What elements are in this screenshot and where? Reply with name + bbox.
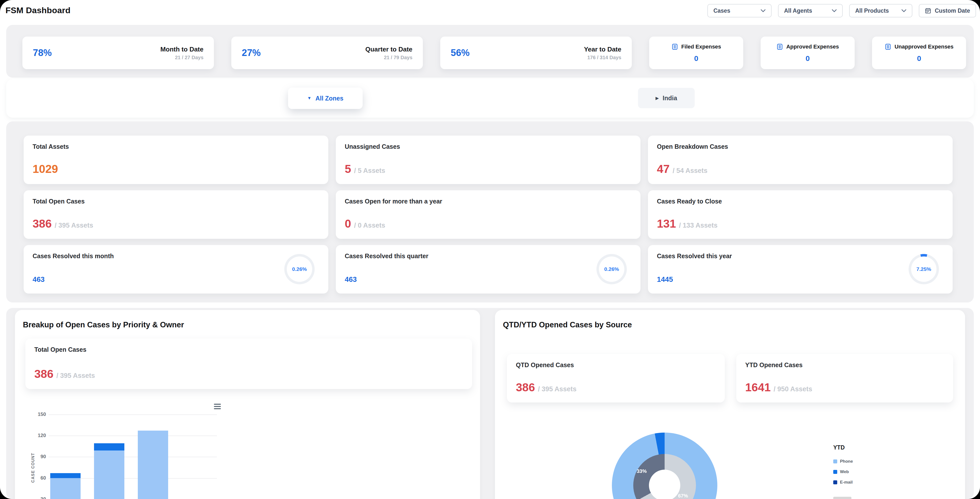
gridline [48,435,217,436]
y-axis-title: CASE COUNT [31,443,35,493]
stat-label: Cases Ready to Close [657,198,722,205]
all-zones-dropdown[interactable]: ▼ All Zones [288,87,363,109]
progress-ring: 0.26% [597,254,627,284]
source-donut-chart: 33% 67% [612,432,718,499]
stat-card-total-open: Total Open Cases 386 / 395 Assets [24,190,328,239]
expense-label: Approved Expenses [786,43,839,50]
resolved-card-month: Cases Resolved this month 463 0.26% [24,245,328,294]
kpi-card-year: 56% Year to Date 176 / 314 Days [440,37,632,69]
qtd-opened-card: QTD Opened Cases 386 / 395 Assets [507,354,725,402]
breakup-panel-title: Breakup of Open Cases by Priority & Owne… [23,320,184,329]
stat-label: Cases Resolved this month [33,253,114,260]
stat-label: Cases Resolved this quarter [345,253,428,260]
kpi-card-month: 78% Month to Date 21 / 27 Days [22,37,214,69]
expense-label: Filed Expenses [681,43,721,50]
kpi-label: Month to Date [161,46,204,53]
stat-suffix: / 0 Assets [354,222,385,229]
y-tick-label: 120 [24,432,46,438]
products-dropdown[interactable]: All Products [849,4,912,17]
all-zones-label: All Zones [315,95,344,102]
progress-percent: 7.25% [916,266,931,272]
agents-dropdown[interactable]: All Agents [778,4,843,17]
bar-segment-base [94,450,124,499]
agents-dropdown-label: All Agents [784,8,812,14]
breakup-panel: Breakup of Open Cases by Priority & Owne… [15,310,480,499]
donut-hole [649,470,680,499]
stat-value: 0 [345,217,351,230]
stat-label: Cases Resolved this year [657,253,732,260]
bar-segment-base [50,478,81,499]
source-panel-title: QTD/YTD Opened Cases by Source [503,320,632,329]
calendar-icon [925,8,931,14]
chevron-down-icon [901,9,906,12]
stat-value: 386 [516,381,535,394]
bar-segment-top [94,443,124,450]
legend-item-web[interactable]: Web [833,469,853,474]
triangle-right-icon: ▶ [655,96,659,100]
region-expand-india[interactable]: ▶ India [638,88,695,108]
stat-value: 386 [33,217,52,230]
stat-label: Unassigned Cases [345,143,400,150]
stat-label: QTD Opened Cases [516,361,574,369]
expense-receipt-icon [671,43,678,50]
y-tick-label: 30 [24,496,46,499]
header-controls: Cases All Agents All Products Custom Dat… [707,4,976,17]
bottom-band: Breakup of Open Cases by Priority & Owne… [6,308,974,499]
total-open-cases-card: Total Open Cases 386 / 395 Assets [25,338,472,389]
fsm-dashboard-page: FSM Dashboard Cases All Agents All Produ… [0,0,980,499]
stat-value: 1029 [33,162,58,176]
kpi-days: 21 / 79 Days [365,55,412,60]
kpi-percent: 78% [33,48,52,58]
stat-card-unassigned-cases: Unassigned Cases 5 / 5 Assets [336,135,641,184]
bar-segment-base [138,431,168,499]
stat-value: 386 [34,367,54,381]
stat-label: Total Assets [33,143,69,150]
stat-suffix: / 395 Assets [538,385,577,393]
progress-percent: 0.26% [604,266,619,272]
stat-suffix: / 395 Assets [55,222,93,229]
kpi-days: 176 / 314 Days [584,55,621,60]
zones-band: ▼ All Zones ▶ India [6,79,974,118]
kpi-card-quarter: 27% Quarter to Date 21 / 79 Days [231,37,423,69]
products-dropdown-label: All Products [855,8,889,14]
chart-legend: YTD Phone Web E-mail QTD [833,444,853,499]
stat-label: Open Breakdown Cases [657,143,728,150]
bar-segment-top [50,473,81,478]
resolved-card-quarter: Cases Resolved this quarter 463 0.26% [336,245,641,294]
legend-label: Phone [840,459,853,464]
stat-label: Total Open Cases [34,346,86,353]
stat-suffix: / 5 Assets [354,167,385,175]
expense-receipt-icon [885,43,891,50]
stat-suffix: / 950 Assets [773,385,812,393]
progress-percent: 0.26% [292,266,307,272]
y-tick-label: 90 [24,454,46,459]
legend-label: E-mail [840,480,853,485]
custom-date-button[interactable]: Custom Date [919,4,976,17]
chevron-down-icon [760,9,765,12]
source-panel: QTD/YTD Opened Cases by Source QTD Opene… [495,310,965,499]
resolved-value: 1445 [657,275,673,284]
stat-label: Total Open Cases [33,198,84,205]
chart-menu-icon[interactable] [214,404,221,410]
kpi-label: Year to Date [584,46,621,53]
cases-dropdown-label: Cases [713,8,730,14]
kpi-percent: 56% [451,48,469,58]
stat-suffix: / 54 Assets [673,167,707,175]
stat-value: 5 [345,162,351,176]
legend-label: Web [840,469,849,474]
progress-ring: 7.25% [908,254,939,284]
stat-value: 1641 [745,381,770,394]
legend-item-phone[interactable]: Phone [833,459,853,464]
progress-ring: 0.26% [284,254,315,284]
legend-title-qtd[interactable]: QTD [833,497,851,499]
legend-item-email[interactable]: E-mail [833,480,853,485]
stat-label: Cases Open for more than a year [345,198,442,205]
legend-swatch [833,459,837,463]
stat-value: 131 [657,217,676,230]
cases-dropdown[interactable]: Cases [707,4,772,17]
region-label: India [663,95,677,102]
page-title: FSM Dashboard [5,5,70,15]
legend-title-ytd: YTD [833,444,853,451]
donut-slice-label: 33% [637,469,647,474]
custom-date-label: Custom Date [935,8,970,14]
